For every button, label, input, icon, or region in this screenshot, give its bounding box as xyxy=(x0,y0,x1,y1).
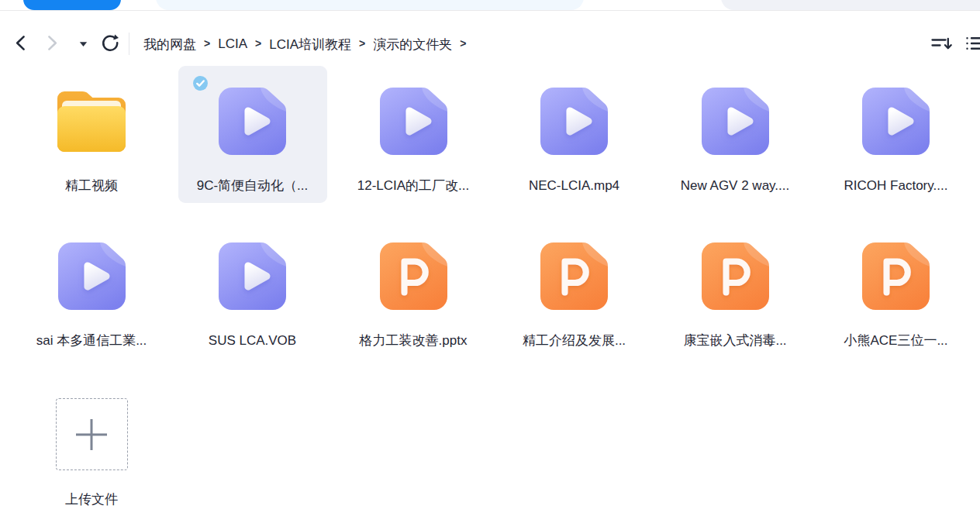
file-name: 小熊ACE三位一... xyxy=(840,332,951,350)
file-name: 精工介绍及发展... xyxy=(519,332,629,350)
file-tile[interactable]: 格力工装改善.pptx xyxy=(339,221,488,358)
file-tile[interactable]: 9C-简便自动化（... xyxy=(178,66,327,203)
topbar-right-panel xyxy=(721,0,980,10)
upload-label: 上传文件 xyxy=(65,490,118,509)
ppt-file-icon xyxy=(862,242,930,310)
list-view-icon xyxy=(966,42,980,53)
history-dropdown-button[interactable] xyxy=(79,41,88,47)
file-tile[interactable]: sai 本多通信工業... xyxy=(17,221,166,358)
file-name: New AGV 2 way.... xyxy=(678,177,792,195)
file-tile[interactable]: 小熊ACE三位一... xyxy=(822,221,971,358)
primary-action-button[interactable] xyxy=(23,0,121,10)
toolbar-divider xyxy=(129,33,129,55)
upload-tile[interactable]: 上传文件 xyxy=(17,376,166,509)
file-name: NEC-LCIA.mp4 xyxy=(526,177,623,195)
back-button[interactable] xyxy=(14,35,26,51)
file-name: 精工视频 xyxy=(62,177,121,195)
file-name: SUS LCA.VOB xyxy=(205,332,299,350)
video-file-icon xyxy=(540,88,608,155)
chevron-down-icon xyxy=(79,38,88,50)
video-file-icon xyxy=(380,88,447,155)
ppt-file-icon xyxy=(380,242,447,310)
sort-icon xyxy=(931,43,952,55)
sort-button[interactable] xyxy=(931,36,952,53)
file-tile[interactable]: 康宝嵌入式消毒... xyxy=(661,221,809,358)
breadcrumb-separator-icon: > xyxy=(255,37,261,50)
upload-dropzone xyxy=(56,398,128,470)
breadcrumb: 我的网盘>LCIA>LCIA培训教程>演示的文件夹> xyxy=(143,34,474,54)
file-tile[interactable]: 精工介绍及发展... xyxy=(500,221,649,358)
selected-checkmark-icon[interactable] xyxy=(193,76,208,91)
ppt-file-icon xyxy=(702,242,769,310)
file-name: 12-LCIA的工厂改... xyxy=(354,177,473,195)
video-file-icon xyxy=(219,88,286,155)
view-mode-button[interactable] xyxy=(966,36,980,51)
file-name: 格力工装改善.pptx xyxy=(357,332,471,350)
breadcrumb-item[interactable]: LCIA培训教程 xyxy=(269,36,351,53)
video-file-icon xyxy=(862,88,930,155)
breadcrumb-item[interactable]: LCIA xyxy=(218,36,247,52)
video-file-icon xyxy=(58,242,126,310)
file-tile[interactable]: 精工视频 xyxy=(17,66,166,203)
file-tile[interactable]: RICOH Factory.... xyxy=(822,66,971,203)
video-file-icon xyxy=(219,242,286,310)
breadcrumb-separator-icon: > xyxy=(359,37,365,50)
breadcrumb-item[interactable]: 演示的文件夹 xyxy=(373,36,452,53)
file-name: RICOH Factory.... xyxy=(841,177,951,195)
forward-button[interactable] xyxy=(47,35,59,51)
folder-icon xyxy=(57,88,126,155)
file-name: 康宝嵌入式消毒... xyxy=(680,332,789,350)
plus-icon xyxy=(74,418,109,452)
toolbar: 我的网盘>LCIA>LCIA培训教程>演示的文件夹> xyxy=(0,11,980,56)
breadcrumb-separator-icon: > xyxy=(204,37,210,50)
file-name: 9C-简便自动化（... xyxy=(194,177,312,195)
breadcrumb-item[interactable]: 我的网盘 xyxy=(143,36,196,53)
topbar xyxy=(0,0,980,11)
search-bar[interactable] xyxy=(156,0,584,10)
file-tile[interactable]: SUS LCA.VOB xyxy=(178,221,327,358)
ppt-file-icon xyxy=(540,242,608,310)
forward-icon xyxy=(47,42,59,53)
refresh-button[interactable] xyxy=(99,34,119,53)
file-grid: 精工视频 9C-简便自动化（... 12-LCIA的工厂改... NEC-LCI… xyxy=(17,66,971,509)
file-tile[interactable]: NEC-LCIA.mp4 xyxy=(500,66,649,203)
video-file-icon xyxy=(702,88,769,155)
back-icon xyxy=(14,42,26,53)
file-name: sai 本多通信工業... xyxy=(33,332,150,350)
file-tile[interactable]: 12-LCIA的工厂改... xyxy=(339,66,488,203)
file-tile[interactable]: New AGV 2 way.... xyxy=(661,66,809,203)
breadcrumb-separator-icon: > xyxy=(460,37,466,50)
refresh-icon xyxy=(99,44,119,56)
